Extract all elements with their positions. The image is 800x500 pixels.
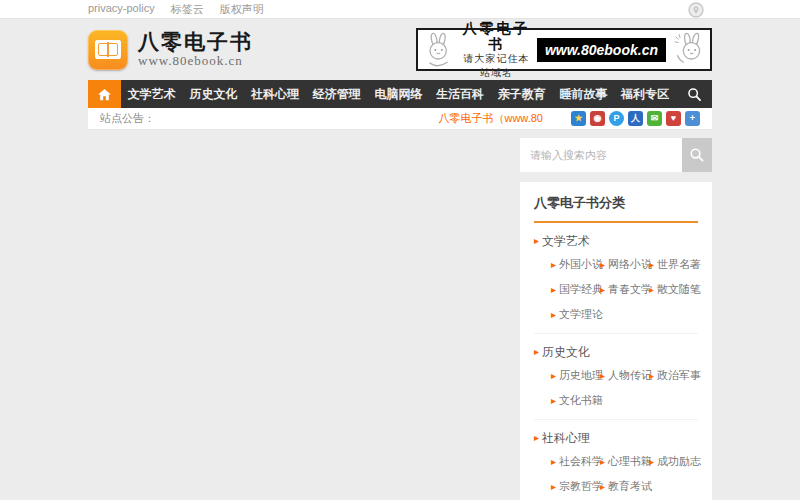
topbar-link[interactable]: 标签云 [171,2,204,17]
subcategory-link[interactable]: ▸ 政治军事 [649,363,698,388]
arrow-icon: ▸ [551,302,556,327]
nav-item[interactable]: 历史文化 [183,80,243,108]
weibo-share-icon[interactable]: ◉ [590,111,605,126]
arrow-icon: ▸ [534,341,539,363]
category-panel-title: 八零电子书分类 [534,194,698,223]
nav-item[interactable]: 文学艺术 [122,80,182,108]
arrow-icon: ▸ [534,427,539,449]
site-header: 八零电子书 www.80ebook.cn 八零电子书 请大家记住本站域名 [88,19,712,80]
main-content-area [88,138,508,488]
subcategory-link[interactable]: ▸ 网络小说 [600,252,649,277]
home-icon [97,87,112,102]
arrow-icon: ▸ [600,252,605,277]
nav-item[interactable]: 社科心理 [245,80,305,108]
more-share-icon[interactable]: + [685,111,700,126]
subcategory-list: ▸ 历史地理 ▸ 人物传记 ▸ 政治军事 ▸ 文化书籍 [534,363,698,413]
announcement-bar: 站点公告： 八零电子书（www.80 ★ ◉ P 人 ✉ ♥ + [88,108,712,130]
topbar-link[interactable]: 版权声明 [220,2,264,17]
arrow-icon: ▸ [600,363,605,388]
arrow-icon: ▸ [551,252,556,277]
banner-domain-box: www.80ebook.cn [537,38,666,62]
arrow-icon: ▸ [600,474,605,499]
subcategory-link[interactable]: ▸ 心理书籍 [600,449,649,474]
rabbit-mascot-right-icon [672,32,706,68]
arrow-icon: ▸ [551,474,556,499]
arrow-icon: ▸ [649,277,654,302]
arrow-icon: ▸ [534,230,539,252]
subcategory-list: ▸ 外国小说 ▸ 网络小说 ▸ 世界名著 ▸ 国学经典 ▸ 青春文学 ▸ 散文随… [534,252,698,327]
category-list: ▸ 文学艺术 ▸ 外国小说 ▸ 网络小说 ▸ 世界名著 ▸ 国学经典 ▸ 青春文… [534,223,698,500]
subcategory-link[interactable]: ▸ 世界名著 [649,252,698,277]
site-logo[interactable]: 八零电子书 www.80ebook.cn [88,30,253,70]
home-button[interactable] [88,80,121,108]
category-panel: 八零电子书分类 ▸ 文学艺术 ▸ 外国小说 ▸ 网络小说 ▸ 世界名著 ▸ 国学… [520,182,712,500]
subcategory-link[interactable]: ▸ 社会科学 [551,449,600,474]
category-link[interactable]: ▸ 社科心理 [534,427,698,449]
location-pin-icon[interactable] [688,2,704,18]
nav-item[interactable]: 电脑网络 [368,80,428,108]
arrow-icon: ▸ [551,277,556,302]
douban-share-icon[interactable]: ♥ [666,111,681,126]
nav-item[interactable]: 睡前故事 [553,80,613,108]
rabbit-mascot-left-icon [422,32,456,68]
nav-item[interactable]: 福利专区 [615,80,675,108]
subcategory-link[interactable]: ▸ 教育考试 [600,474,649,499]
subcategory-link[interactable]: ▸ 人物传记 [600,363,649,388]
main-nav: 文学艺术 历史文化 社科心理 经济管理 电脑网络 生活百科 亲子教育 睡前故事 … [88,80,712,108]
search-input[interactable] [520,138,682,172]
subcategory-link[interactable]: ▸ 宗教哲学 [551,474,600,499]
header-banner-ad[interactable]: 八零电子书 请大家记住本站域名 www.80ebook.cn [416,28,712,71]
subcategory-link[interactable]: ▸ 成功励志 [649,449,698,474]
arrow-icon: ▸ [600,277,605,302]
subcategory-link[interactable]: ▸ 青春文学 [600,277,649,302]
sidebar: 八零电子书分类 ▸ 文学艺术 ▸ 外国小说 ▸ 网络小说 ▸ 世界名著 ▸ 国学… [520,138,712,500]
search-icon [689,147,705,163]
banner-text-block: 八零电子书 请大家记住本站域名 [462,20,531,80]
site-name: 八零电子书 [138,31,253,53]
nav-item[interactable]: 亲子教育 [492,80,552,108]
arrow-icon: ▸ [600,449,605,474]
arrow-icon: ▸ [649,449,654,474]
announcement-label: 站点公告： [100,111,155,126]
subcategory-link[interactable]: ▸ 文学理论 [551,302,600,327]
arrow-icon: ▸ [649,252,654,277]
site-url: www.80ebook.cn [138,53,253,69]
arrow-icon: ▸ [551,449,556,474]
subcategory-link[interactable]: ▸ 文化书籍 [551,388,600,413]
page-container: 八零电子书 www.80ebook.cn 八零电子书 请大家记住本站域名 [88,19,712,500]
qzone-share-icon[interactable]: ★ [571,111,586,126]
subcategory-list: ▸ 社会科学 ▸ 心理书籍 ▸ 成功励志 ▸ 宗教哲学 ▸ 教育考试 [534,449,698,499]
topbar: privacy-policy 标签云 版权声明 [0,0,800,19]
topbar-link[interactable]: privacy-policy [88,2,155,17]
announcement-scrolling-text[interactable]: 八零电子书（www.80 [438,111,543,126]
nav-list: 文学艺术 历史文化 社科心理 经济管理 电脑网络 生活百科 亲子教育 睡前故事 … [121,80,676,108]
subcategory-link[interactable]: ▸ 历史地理 [551,363,600,388]
nav-search-button[interactable] [676,80,712,108]
search-submit-button[interactable] [682,138,712,172]
subcategory-link[interactable]: ▸ 散文随笔 [649,277,698,302]
subcategory-link[interactable]: ▸ 外国小说 [551,252,600,277]
wechat-share-icon[interactable]: ✉ [647,111,662,126]
sidebar-search-box [520,138,712,172]
arrow-icon: ▸ [649,363,654,388]
nav-item[interactable]: 经济管理 [307,80,367,108]
book-logo-icon [88,30,128,70]
category-link[interactable]: ▸ 历史文化 [534,341,698,363]
nav-item[interactable]: 生活百科 [430,80,490,108]
arrow-icon: ▸ [551,363,556,388]
share-icons-row: ★ ◉ P 人 ✉ ♥ + [571,111,700,126]
topbar-links: privacy-policy 标签云 版权声明 [88,2,280,17]
category-link[interactable]: ▸ 文学艺术 [534,230,698,252]
arrow-icon: ▸ [551,388,556,413]
subcategory-link[interactable]: ▸ 国学经典 [551,277,600,302]
renren-share-icon[interactable]: 人 [628,111,643,126]
banner-title: 八零电子书 [462,20,531,52]
banner-subtitle: 请大家记住本站域名 [462,52,531,80]
category-section: ▸ 文学艺术 ▸ 外国小说 ▸ 网络小说 ▸ 世界名著 ▸ 国学经典 ▸ 青春文… [534,223,698,333]
tencent-weibo-share-icon[interactable]: P [609,111,624,126]
category-section: ▸ 历史文化 ▸ 历史地理 ▸ 人物传记 ▸ 政治军事 ▸ 文化书籍 [534,333,698,419]
category-section: ▸ 社科心理 ▸ 社会科学 ▸ 心理书籍 ▸ 成功励志 ▸ 宗教哲学 ▸ 教育考… [534,419,698,500]
search-icon [687,87,702,102]
